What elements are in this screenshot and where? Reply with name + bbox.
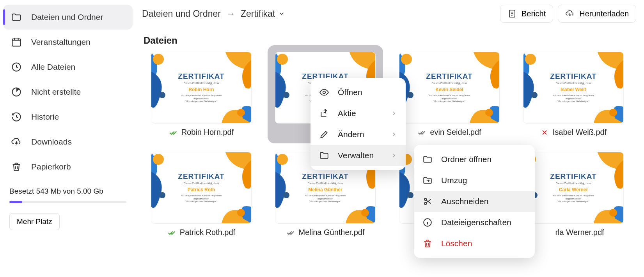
breadcrumb-current[interactable]: Zertifikat bbox=[241, 9, 285, 19]
nav-files-folders[interactable]: Dateien und Ordner bbox=[3, 5, 133, 30]
move-icon bbox=[422, 175, 433, 185]
file-name: evin Seidel.pdf bbox=[430, 128, 481, 137]
file-card[interactable]: ZERTIFIKAT Dieses Zertifikat bestätigt, … bbox=[144, 52, 259, 137]
ctx-manage[interactable]: Verwalten bbox=[310, 145, 406, 166]
download-cloud-icon bbox=[11, 136, 22, 147]
file-name: Melina Günther.pdf bbox=[299, 228, 365, 237]
file-label-row: Robin Horn.pdf bbox=[169, 128, 234, 137]
trash-icon bbox=[11, 161, 22, 172]
download-button[interactable]: Herunterladen bbox=[558, 5, 636, 23]
context-menu: Öffnen Aktie Ändern Verwalten bbox=[310, 78, 406, 170]
clock-icon bbox=[11, 62, 22, 72]
file-label-row: rla Werner.pdf bbox=[543, 228, 604, 237]
file-label-row: evin Seidel.pdf bbox=[417, 128, 481, 137]
context-submenu: Ordner öffnen Umzug Auschneiden Dateieig… bbox=[414, 145, 535, 258]
section-title: Dateien bbox=[144, 35, 636, 46]
file-thumbnail: ZERTIFIKAT Dieses Zertifikat bestätigt, … bbox=[523, 152, 623, 223]
file-label-row: Melina Günther.pdf bbox=[286, 228, 365, 237]
status-icon bbox=[543, 228, 551, 237]
nav-downloads[interactable]: Downloads bbox=[3, 129, 133, 154]
storage-bar bbox=[9, 201, 126, 203]
nav-label: Papierkorb bbox=[31, 162, 71, 171]
svg-rect-0 bbox=[12, 39, 21, 46]
folder-icon bbox=[319, 150, 329, 161]
status-icon bbox=[417, 128, 426, 137]
file-name: rla Werner.pdf bbox=[555, 228, 604, 237]
status-icon bbox=[169, 128, 177, 137]
pencil-icon bbox=[319, 129, 329, 139]
svg-point-237 bbox=[424, 198, 426, 200]
ctx-open[interactable]: Öffnen bbox=[310, 82, 406, 103]
chevron-right-icon bbox=[391, 152, 397, 159]
storage-text: Besetzt 543 Mb von 5.00 Gb bbox=[9, 187, 126, 196]
status-icon bbox=[286, 228, 295, 237]
file-thumbnail: ZERTIFIKAT Dieses Zertifikat bestätigt, … bbox=[399, 52, 499, 123]
info-icon bbox=[422, 217, 433, 228]
ctx-move[interactable]: Umzug bbox=[414, 170, 535, 191]
nav-events[interactable]: Veranstaltungen bbox=[3, 30, 133, 55]
eye-icon bbox=[319, 87, 329, 97]
nav-history[interactable]: Historie bbox=[3, 104, 133, 129]
breadcrumb-root[interactable]: Dateien und Ordner bbox=[142, 9, 221, 19]
file-label-row: Patrick Roth.pdf bbox=[167, 228, 235, 237]
file-label-row: Isabel Weiß.pdf bbox=[540, 128, 607, 137]
sidebar: Dateien und Ordner Veranstaltungen Alle … bbox=[0, 0, 140, 277]
nav-all-files[interactable]: Alle Dateien bbox=[3, 55, 133, 79]
pie-icon bbox=[11, 86, 22, 97]
nav-label: Dateien und Ordner bbox=[31, 12, 103, 22]
more-space-button[interactable]: Mehr Platz bbox=[9, 213, 60, 230]
file-card[interactable]: ZERTIFIKAT Dieses Zertifikat bestätigt, … bbox=[392, 52, 507, 137]
storage-info: Besetzt 543 Mb von 5.00 Gb bbox=[3, 187, 133, 203]
folder-icon bbox=[11, 12, 22, 23]
calendar-icon bbox=[11, 37, 22, 48]
file-card[interactable]: ZERTIFIKAT Dieses Zertifikat bestätigt, … bbox=[516, 52, 631, 137]
chevron-right-icon bbox=[391, 110, 397, 116]
trash-icon bbox=[422, 238, 433, 249]
breadcrumb: Dateien und Ordner → Zertifikat bbox=[142, 9, 285, 19]
file-thumbnail: ZERTIFIKAT Dieses Zertifikat bestätigt, … bbox=[151, 152, 251, 223]
svg-point-236 bbox=[323, 91, 326, 94]
nav-label: Nicht erstellte bbox=[31, 87, 81, 97]
status-icon bbox=[540, 128, 549, 137]
ctx-cut[interactable]: Auschneiden bbox=[414, 191, 535, 212]
file-card[interactable]: ZERTIFIKAT Dieses Zertifikat bestätigt, … bbox=[144, 152, 259, 237]
ctx-delete[interactable]: Löschen bbox=[414, 233, 535, 254]
file-name: Robin Horn.pdf bbox=[181, 128, 234, 137]
topbar: Dateien und Ordner → Zertifikat Bericht … bbox=[142, 5, 636, 27]
ctx-share[interactable]: Aktie bbox=[310, 103, 406, 124]
nav-label: Veranstaltungen bbox=[31, 37, 90, 47]
ctx-open-folder[interactable]: Ordner öffnen bbox=[414, 149, 535, 170]
nav-label: Downloads bbox=[31, 137, 72, 146]
file-name: Isabel Weiß.pdf bbox=[553, 128, 607, 137]
file-name: Patrick Roth.pdf bbox=[180, 228, 235, 237]
chevron-down-icon bbox=[278, 10, 285, 17]
nav-trash[interactable]: Papierkorb bbox=[3, 154, 133, 179]
nav-not-created[interactable]: Nicht erstellte bbox=[3, 79, 133, 104]
file-thumbnail: ZERTIFIKAT Dieses Zertifikat bestätigt, … bbox=[151, 52, 251, 123]
file-thumbnail: ZERTIFIKAT Dieses Zertifikat bestätigt, … bbox=[523, 52, 623, 123]
scissors-icon bbox=[422, 196, 433, 206]
chevron-right-icon: → bbox=[226, 9, 235, 19]
document-icon bbox=[507, 9, 517, 18]
share-icon bbox=[319, 108, 329, 118]
chevron-right-icon bbox=[391, 131, 397, 138]
history-icon bbox=[11, 111, 22, 122]
svg-point-238 bbox=[424, 203, 426, 205]
nav-label: Historie bbox=[31, 112, 59, 122]
report-button[interactable]: Bericht bbox=[500, 5, 553, 23]
download-cloud-icon bbox=[565, 9, 575, 18]
nav-label: Alle Dateien bbox=[31, 62, 75, 72]
folder-outline-icon bbox=[422, 154, 433, 164]
status-icon bbox=[167, 228, 176, 237]
ctx-edit[interactable]: Ändern bbox=[310, 124, 406, 145]
ctx-properties[interactable]: Dateieigenschaften bbox=[414, 212, 535, 233]
